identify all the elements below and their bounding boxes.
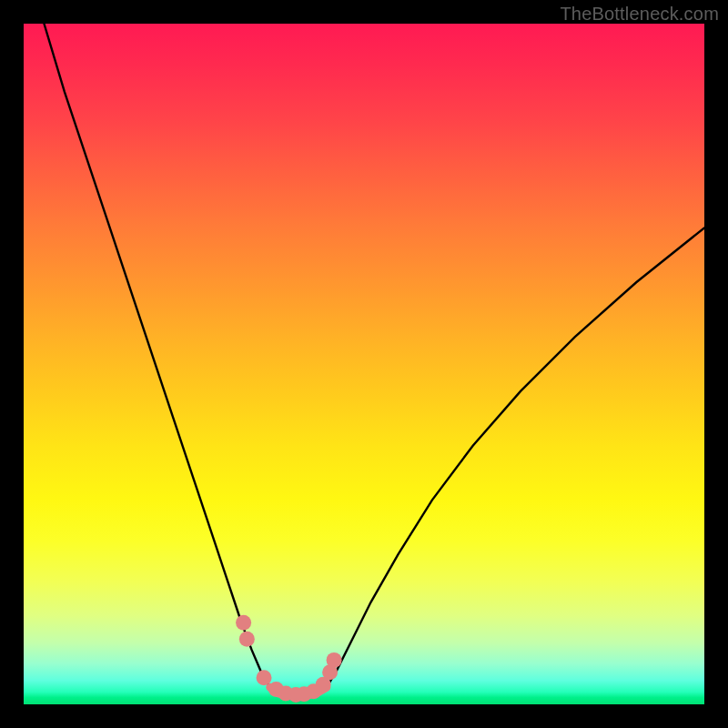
curve-left-path <box>44 24 269 687</box>
markers-group <box>236 615 341 703</box>
watermark-text: TheBottleneck.com <box>560 4 719 25</box>
curve-right-path <box>327 228 704 687</box>
marker-dot <box>236 615 251 631</box>
marker-dot <box>257 670 272 685</box>
marker-dot <box>239 632 255 647</box>
marker-dot <box>327 652 342 668</box>
chart-frame: TheBottleneck.com <box>0 0 728 728</box>
chart-svg <box>24 24 704 704</box>
plot-area <box>24 24 704 704</box>
curve-group <box>44 24 704 695</box>
